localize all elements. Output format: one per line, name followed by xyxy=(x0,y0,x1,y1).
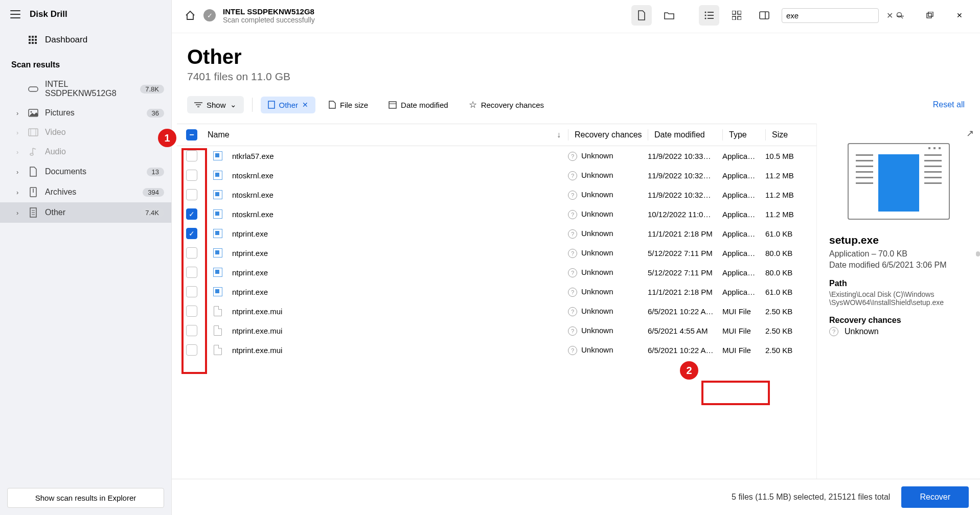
row-checkbox[interactable] xyxy=(186,247,197,259)
size-value: 2.50 KB xyxy=(765,307,816,316)
size-value: 11.2 MB xyxy=(765,191,816,199)
col-size[interactable]: Size xyxy=(765,129,816,141)
file-name: ntprint.exe.mui xyxy=(232,346,282,355)
sidebar-item-audio[interactable]: › Audio xyxy=(0,142,171,161)
exe-icon xyxy=(213,229,222,238)
toolbar-list-view-button[interactable] xyxy=(699,5,719,26)
type-value: MUI File xyxy=(722,326,765,335)
search-input[interactable] xyxy=(786,11,883,20)
table-row[interactable]: ntprint.exe.mui?Unknown6/5/2021 4:55 AMM… xyxy=(177,321,816,340)
file-name: ntprint.exe xyxy=(232,268,268,277)
row-checkbox[interactable] xyxy=(186,267,197,278)
video-icon xyxy=(28,128,39,136)
date-value: 6/5/2021 10:22 A… xyxy=(648,307,722,316)
table-row[interactable]: ntoskrnl.exe?Unknown11/9/2022 10:32…Appl… xyxy=(177,185,816,204)
toolbar-file-button[interactable] xyxy=(631,5,652,26)
table-row[interactable]: ntprint.exe.mui?Unknown6/5/2021 10:22 A…… xyxy=(177,301,816,321)
table-row[interactable]: ntprint.exe?Unknown5/12/2022 7:11 PMAppl… xyxy=(177,263,816,282)
table-row[interactable]: ✓ntoskrnl.exe?Unknown10/12/2022 11:0…App… xyxy=(177,204,816,224)
file-icon xyxy=(329,101,336,109)
reset-all-link[interactable]: Reset all xyxy=(933,100,965,109)
svg-point-6 xyxy=(30,153,33,155)
minimize-button[interactable]: — xyxy=(892,7,908,24)
row-checkbox[interactable] xyxy=(186,150,197,161)
exe-icon xyxy=(213,151,222,160)
size-value: 2.50 KB xyxy=(765,346,816,355)
col-name[interactable]: Name xyxy=(208,130,230,139)
toolbar-grid-view-button[interactable] xyxy=(726,5,747,26)
svg-rect-22 xyxy=(738,16,741,20)
svg-rect-21 xyxy=(732,16,736,20)
row-checkbox[interactable]: ✓ xyxy=(186,228,197,239)
sidebar-disk-label: INTEL SSDPEKNW512G8 xyxy=(45,80,134,98)
col-date[interactable]: Date modified xyxy=(648,129,722,141)
sort-arrow-icon[interactable]: ↓ xyxy=(557,130,561,139)
row-checkbox[interactable]: ✓ xyxy=(186,208,197,220)
row-checkbox[interactable] xyxy=(186,325,197,336)
sidebar-item-pictures[interactable]: › Pictures 36 xyxy=(0,103,171,123)
audio-icon xyxy=(28,147,39,156)
recover-button[interactable]: Recover xyxy=(901,486,969,508)
sidebar-item-disk[interactable]: INTEL SSDPEKNW512G8 7.8K xyxy=(0,75,171,103)
table-body: ntkrla57.exe?Unknown11/9/2022 10:33…Appl… xyxy=(177,146,816,360)
scan-results-label: Scan results xyxy=(0,51,171,75)
file-name: ntoskrnl.exe xyxy=(232,191,274,199)
table-row[interactable]: ntprint.exe?Unknown11/1/2021 2:18 PMAppl… xyxy=(177,282,816,301)
table-row[interactable]: ntkrla57.exe?Unknown11/9/2022 10:33…Appl… xyxy=(177,146,816,166)
path-line2: \SysWOW64\InstallShield\setup.exe xyxy=(829,298,968,307)
main: ✓ INTEL SSDPEKNW512G8 Scan completed suc… xyxy=(172,0,980,515)
sidebar-item-video[interactable]: › Video xyxy=(0,123,171,142)
other-filter-chip[interactable]: Other ✕ xyxy=(261,97,316,113)
sidebar-item-label: Other xyxy=(45,208,134,217)
size-value: 11.2 MB xyxy=(765,210,816,219)
svg-point-15 xyxy=(705,18,706,19)
col-recovery[interactable]: Recovery chances xyxy=(568,129,648,141)
show-label: Show xyxy=(207,101,226,109)
bottom-bar: 5 files (11.5 MB) selected, 215121 files… xyxy=(172,479,980,515)
table-row[interactable]: ntprint.exe?Unknown5/12/2022 7:11 PMAppl… xyxy=(177,243,816,263)
sidebar-item-other[interactable]: › Other 7.4K xyxy=(0,202,171,223)
date-value: 5/12/2022 7:11 PM xyxy=(648,268,722,277)
toolbar-folder-button[interactable] xyxy=(659,5,679,26)
question-icon: ? xyxy=(568,268,577,277)
chip-remove-icon[interactable]: ✕ xyxy=(302,101,308,109)
home-icon[interactable] xyxy=(184,9,196,21)
row-checkbox[interactable] xyxy=(186,189,197,200)
sidebar-header: Disk Drill xyxy=(0,0,171,29)
datemod-filter[interactable]: Date modified xyxy=(381,97,455,113)
sidebar-item-dashboard[interactable]: Dashboard xyxy=(0,29,171,51)
filesize-filter[interactable]: File size xyxy=(322,97,375,113)
search-box[interactable]: ✕ xyxy=(782,8,879,23)
row-checkbox[interactable] xyxy=(186,344,197,356)
status-text: 5 files (11.5 MB) selected, 215121 files… xyxy=(732,493,890,502)
toolbar-panel-button[interactable] xyxy=(754,5,774,26)
row-checkbox[interactable] xyxy=(186,170,197,181)
recchance-filter[interactable]: ☆ Recovery chances xyxy=(462,95,551,114)
sidebar-item-badge: 394 xyxy=(143,188,164,197)
show-in-explorer-button[interactable]: Show scan results in Explorer xyxy=(7,488,164,508)
maximize-button[interactable] xyxy=(922,7,938,24)
detail-filename: setup.exe xyxy=(829,234,968,246)
row-checkbox[interactable] xyxy=(186,286,197,297)
row-checkbox[interactable] xyxy=(186,306,197,317)
svg-rect-20 xyxy=(738,11,741,14)
callout-badge-2: 2 xyxy=(680,361,698,380)
scrollbar[interactable] xyxy=(976,251,980,256)
table-row[interactable]: ntoskrnl.exe?Unknown11/9/2022 10:32…Appl… xyxy=(177,166,816,185)
topbar: ✓ INTEL SSDPEKNW512G8 Scan completed suc… xyxy=(172,0,980,33)
col-type[interactable]: Type xyxy=(722,129,765,141)
table-row[interactable]: ✓ntprint.exe?Unknown11/1/2021 2:18 PMApp… xyxy=(177,224,816,243)
svg-rect-32 xyxy=(268,101,275,108)
sidebar-item-documents[interactable]: › Documents 13 xyxy=(0,161,171,182)
open-external-icon[interactable]: ↗ xyxy=(966,128,974,139)
file-icon xyxy=(214,345,222,355)
select-all-checkbox[interactable]: − xyxy=(186,129,197,141)
svg-point-14 xyxy=(705,15,706,16)
table-row[interactable]: ntprint.exe.mui?Unknown6/5/2021 10:22 A…… xyxy=(177,340,816,360)
close-button[interactable]: ✕ xyxy=(951,7,968,24)
date-value: 11/1/2021 2:18 PM xyxy=(648,229,722,238)
sidebar-item-badge: 36 xyxy=(147,109,164,118)
hamburger-icon[interactable] xyxy=(10,10,20,18)
show-filter[interactable]: Show ⌄ xyxy=(187,96,244,113)
sidebar-item-archives[interactable]: › Archives 394 xyxy=(0,182,171,202)
